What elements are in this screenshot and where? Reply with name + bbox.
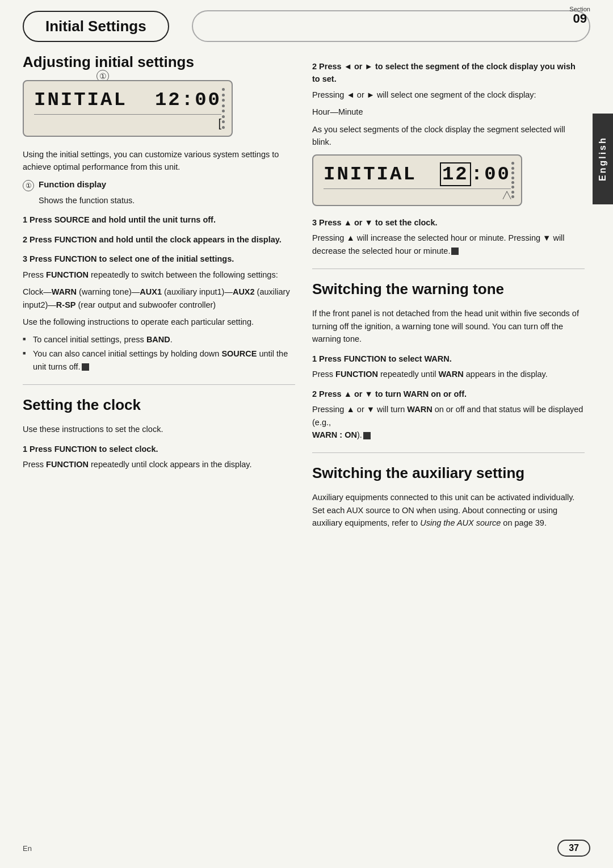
- warn-step2-heading: 2 Press ▲ or ▼ to turn WARN on or off.: [312, 388, 585, 400]
- clock-step2-heading: 2 Press ◄ or ► to select the segment of …: [312, 60, 585, 86]
- lcd-dots-2: [509, 160, 517, 200]
- lcd-dot: [511, 162, 514, 165]
- bullet-item-2: You can also cancel initial settings by …: [23, 347, 295, 373]
- blink-segment: 12: [440, 162, 471, 186]
- function-display-row: ① Function display: [23, 179, 295, 191]
- section-number: 09: [573, 12, 586, 25]
- lcd-underline-2: [324, 188, 511, 189]
- lcd-box-1: INITIAL 12:00 [: [23, 80, 233, 137]
- warn-step2-text: Pressing ▲ or ▼ will turn WARN on or off…: [312, 403, 585, 441]
- circle-1: ①: [23, 180, 34, 191]
- stop-icon-2: [451, 248, 459, 255]
- lcd-dot: [222, 104, 225, 107]
- divider-2: [312, 269, 585, 269]
- lcd-right-1: 12:00: [155, 89, 221, 111]
- lcd-right-2: 12:00: [440, 163, 511, 185]
- right-column: 2 Press ◄ or ► to select the segment of …: [312, 53, 585, 534]
- divider-1: [23, 384, 295, 385]
- lcd-dot: [511, 195, 514, 198]
- clock-step2-para2: Hour—Minute: [312, 106, 585, 118]
- lcd-box-2: INITIAL 12:00 ╱╲: [312, 154, 522, 206]
- function-display-text: Shows the function status.: [23, 194, 295, 207]
- step1-heading: 1 Press SOURCE and hold until the unit t…: [23, 213, 295, 226]
- function-display-heading: Function display: [39, 179, 106, 189]
- step1-label: 1 Press SOURCE and hold until the unit t…: [23, 215, 216, 224]
- aux-heading: Switching the auxiliary setting: [312, 464, 585, 482]
- lcd-dots-1: [219, 86, 227, 131]
- clock-step3-heading: 3 Press ▲ or ▼ to set the clock.: [312, 216, 585, 229]
- clock-step2-para1: Pressing ◄ or ► will select one segment …: [312, 89, 585, 101]
- bottom-bar: En 37: [0, 840, 613, 857]
- step3-label: 3 Press FUNCTION to select one of the in…: [23, 254, 234, 263]
- warn-on-label: WARN : ON: [312, 430, 357, 439]
- lcd-dot: [222, 88, 225, 91]
- initial-settings-label: Initial Settings: [45, 18, 146, 35]
- left-column: Adjusting initial settings ① INITIAL 12:…: [23, 53, 295, 534]
- step3-heading: 3 Press FUNCTION to select one of the in…: [23, 253, 295, 265]
- lcd-left-2: INITIAL: [324, 163, 417, 185]
- lcd-display-wrapper: ① INITIAL 12:00 [: [23, 80, 295, 137]
- clock-step3-para1: Pressing ▲ will increase the selected ho…: [312, 232, 585, 257]
- stop-icon-1: [82, 363, 89, 371]
- step2-label: 2 Press FUNCTION and hold until the cloc…: [23, 235, 282, 244]
- lcd-dot: [511, 177, 514, 179]
- warn-step1-label: 1 Press FUNCTION to select WARN.: [312, 354, 452, 363]
- lcd-dot: [511, 167, 514, 170]
- lcd-underline-1: [34, 114, 221, 115]
- clock-step1-heading: 1 Press FUNCTION to select clock.: [23, 443, 295, 455]
- clock-step1-label: 1 Press FUNCTION to select clock.: [23, 445, 158, 454]
- clock-step3-label: 3 Press ▲ or ▼ to set the clock.: [312, 218, 438, 227]
- side-language-label: English: [593, 114, 613, 204]
- lcd-dot: [222, 115, 225, 118]
- lcd-dot: [222, 120, 225, 123]
- bottom-en-label: En: [23, 844, 32, 853]
- lcd-dot: [511, 191, 514, 194]
- step3-settings: Clock—WARN (warning tone)—AUX1 (auxiliar…: [23, 286, 295, 311]
- lcd-left-1: INITIAL: [34, 89, 127, 111]
- lcd-dot: [222, 126, 225, 129]
- lcd-dot: [511, 181, 514, 184]
- step3-para2: Use the following instructions to operat…: [23, 316, 295, 328]
- step2-heading: 2 Press FUNCTION and hold until the cloc…: [23, 233, 295, 246]
- step3-para1: Press FUNCTION repeatedly to switch betw…: [23, 269, 295, 281]
- lcd-display-wrapper-2: INITIAL 12:00 ╱╲: [312, 154, 585, 206]
- lcd-text-1: INITIAL 12:00: [34, 89, 221, 111]
- stop-icon-3: [363, 432, 371, 439]
- lcd-dot: [222, 94, 225, 97]
- warning-tone-intro: If the front panel is not detached from …: [312, 307, 585, 345]
- setting-clock-heading: Setting the clock: [23, 396, 295, 414]
- bullet-list: To cancel initial settings, press BAND. …: [23, 333, 295, 373]
- main-content: Adjusting initial settings ① INITIAL 12:…: [0, 53, 613, 534]
- adjusting-heading: Adjusting initial settings: [23, 53, 295, 71]
- section-badge: Section 09: [569, 6, 590, 25]
- lcd-dot: [511, 171, 514, 174]
- setting-clock-intro: Use these instructions to set the clock.: [23, 423, 295, 435]
- clock-step2-para3: As you select segments of the clock disp…: [312, 123, 585, 149]
- intro-text: Using the initial settings, you can cust…: [23, 148, 295, 174]
- initial-settings-pill: Initial Settings: [23, 11, 169, 42]
- warning-tone-heading: Switching the warning tone: [312, 280, 585, 298]
- lcd-dot: [511, 186, 514, 188]
- warn-step1-heading: 1 Press FUNCTION to select WARN.: [312, 353, 585, 365]
- lcd-dot: [222, 110, 225, 112]
- page-number: 37: [557, 840, 590, 857]
- top-bar: Initial Settings Section 09: [0, 0, 613, 48]
- clock-step2-label: 2 Press ◄ or ► to select the segment of …: [312, 62, 576, 83]
- warn-step2-label: 2 Press ▲ or ▼ to turn WARN on or off.: [312, 389, 467, 399]
- warn-step1-text: Press FUNCTION repeatedly until WARN app…: [312, 368, 585, 380]
- aux-intro: Auxiliary equipments connected to this u…: [312, 491, 585, 529]
- clock-step1-text: Press FUNCTION repeatedly until clock ap…: [23, 458, 295, 471]
- page: Initial Settings Section 09 English Adju…: [0, 0, 613, 868]
- top-right-pill: [192, 10, 590, 42]
- lcd-dot: [222, 99, 225, 102]
- divider-3: [312, 452, 585, 453]
- lcd-text-2: INITIAL 12:00: [324, 163, 511, 185]
- bullet-item-1: To cancel initial settings, press BAND.: [23, 333, 295, 346]
